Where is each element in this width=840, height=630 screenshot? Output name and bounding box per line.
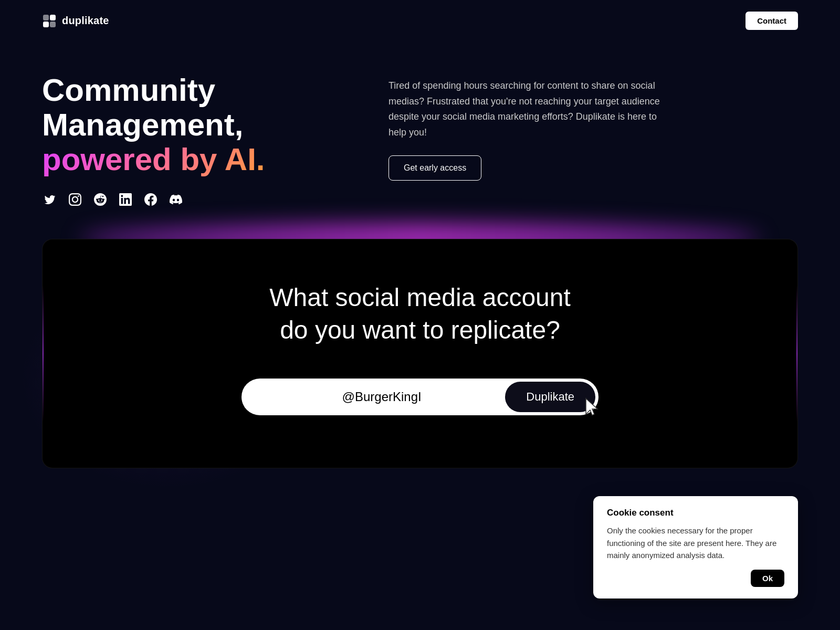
logo-icon (42, 14, 57, 28)
early-access-button[interactable]: Get early access (388, 155, 481, 181)
hero-left: Community Management, powered by AI. (42, 73, 346, 207)
hero-right: Tired of spending hours searching for co… (388, 73, 672, 181)
cursor-icon (584, 396, 601, 417)
contact-button[interactable]: Contact (746, 12, 798, 30)
demo-input-container[interactable]: @BurgerKingI Duplikate (242, 379, 598, 415)
linkedin-icon[interactable] (118, 192, 133, 207)
cookie-text: Only the cookies necessary for the prope… (607, 524, 784, 561)
discord-icon[interactable] (168, 192, 184, 207)
svg-rect-2 (43, 22, 49, 27)
hero-title: Community Management, powered by AI. (42, 73, 346, 177)
cookie-consent: Cookie consent Only the cookies necessar… (593, 496, 798, 598)
social-icons-row (42, 192, 346, 207)
logo-text: duplikate (62, 15, 109, 27)
hero-description: Tired of spending hours searching for co… (388, 78, 672, 141)
demo-question: What social media account do you want to… (262, 281, 578, 347)
twitter-icon[interactable] (42, 192, 58, 207)
demo-card: What social media account do you want to… (42, 239, 798, 468)
svg-rect-3 (50, 22, 56, 27)
cookie-ok-button[interactable]: Ok (751, 570, 784, 587)
svg-rect-1 (50, 15, 56, 20)
svg-rect-0 (43, 15, 49, 20)
facebook-icon[interactable] (143, 192, 159, 207)
hero-section: Community Management, powered by AI. (0, 41, 840, 228)
navigation: duplikate Contact (0, 0, 840, 41)
demo-section: What social media account do you want to… (42, 239, 798, 468)
cookie-title: Cookie consent (607, 508, 784, 518)
instagram-icon[interactable] (67, 192, 83, 207)
demo-input-text: @BurgerKingI (258, 390, 505, 404)
demo-duplikate-button[interactable]: Duplikate (505, 382, 595, 412)
logo[interactable]: duplikate (42, 14, 109, 28)
reddit-icon[interactable] (92, 192, 108, 207)
demo-input-row: @BurgerKingI Duplikate (64, 379, 776, 415)
